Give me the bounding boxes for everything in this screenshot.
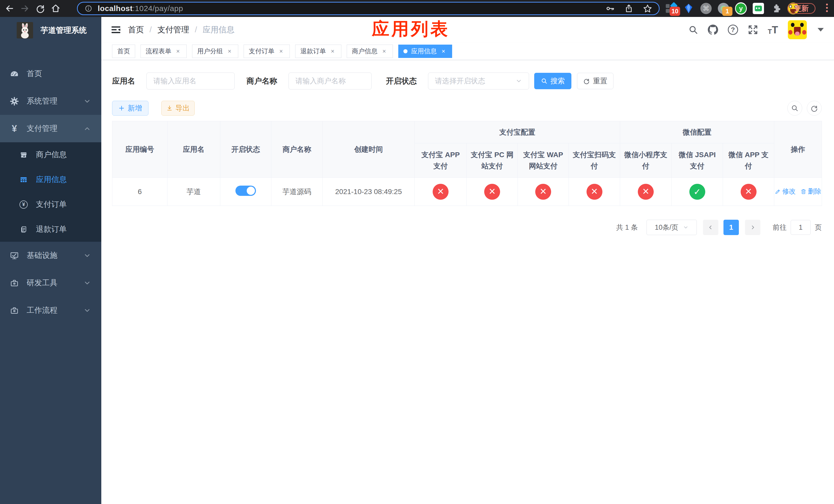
close-icon[interactable] (174, 48, 181, 55)
export-button-label: 导出 (175, 103, 190, 113)
tab-label: 退款订单 (300, 47, 326, 55)
sidebar-menu: 首页 系统管理 ¥ 支付管理 (0, 60, 101, 324)
reset-button[interactable]: 重置 (577, 73, 613, 89)
close-icon[interactable] (226, 48, 233, 55)
sidebar-item-infra[interactable]: 基础设施 (0, 242, 101, 269)
cell-merchant: 芋道源码 (271, 178, 323, 206)
wechat-mini-status-icon (638, 184, 654, 200)
fullscreen-icon[interactable] (748, 25, 758, 35)
app-name-label: 应用名 (112, 76, 135, 86)
extension-chat-icon[interactable] (752, 3, 764, 14)
yen-icon: ¥ (10, 124, 19, 133)
chevron-down-icon (83, 97, 91, 105)
chevron-down-icon (83, 279, 91, 287)
sidebar-item-label: 工作流程 (27, 305, 58, 316)
search-button[interactable]: 搜索 (534, 73, 571, 89)
sidebar-item-pay[interactable]: ¥ 支付管理 (0, 115, 101, 142)
alipay-app-status-icon (433, 184, 448, 200)
tab-process-form[interactable]: 流程表单 (140, 45, 187, 58)
merchant-name-input[interactable] (288, 72, 372, 90)
status-select[interactable]: 请选择开启状态 (428, 72, 529, 90)
help-icon[interactable]: ? (728, 25, 738, 35)
sidebar-submenu-pay: 商户信息 应用信息 ¥ 支付订单 退款订单 (0, 142, 101, 242)
extension-badge: 1 (722, 7, 732, 16)
breadcrumb-pay[interactable]: 支付管理 (157, 24, 189, 35)
goto-page-input[interactable] (791, 220, 811, 235)
search-icon[interactable] (688, 25, 698, 35)
tab-pay-order[interactable]: 支付订单 (244, 45, 290, 58)
font-size-icon[interactable]: TT (768, 24, 778, 36)
refresh-table-button[interactable] (807, 101, 822, 116)
user-avatar[interactable] (788, 20, 807, 39)
col-header-merchant: 商户名称 (271, 121, 323, 178)
export-button[interactable]: 导出 (161, 101, 195, 116)
reset-button-label: 重置 (593, 76, 607, 86)
page-size-value: 10条/页 (655, 223, 678, 232)
avatar-caret-icon[interactable] (818, 28, 824, 31)
extension-recorder-icon[interactable]: 1 (718, 3, 729, 14)
extension-workspace-icon[interactable]: 10 (665, 3, 677, 14)
sidebar-collapse-icon[interactable] (111, 24, 121, 35)
close-icon[interactable] (380, 48, 388, 55)
gear-icon (10, 97, 19, 106)
breadcrumb-home[interactable]: 首页 (128, 24, 144, 35)
sidebar-item-label: 首页 (27, 68, 42, 79)
toggle-search-button[interactable] (787, 101, 802, 116)
col-header-wechat-app: 微信 APP 支付 (723, 143, 774, 178)
delete-link[interactable]: 删除 (800, 187, 821, 196)
navbar-actions: ? TT (688, 17, 824, 43)
alipay-pc-status-icon (484, 184, 500, 200)
browser-menu-icon[interactable] (826, 4, 828, 12)
bookmark-star-icon[interactable] (643, 4, 652, 13)
prev-page-button[interactable] (703, 220, 718, 235)
extension-y-icon[interactable]: y (735, 3, 747, 14)
col-header-wechat-mini: 微信小程序支付 (620, 143, 672, 178)
breadcrumb-separator: / (195, 25, 197, 35)
page-root: localhost:1024/pay/app 10 (0, 0, 834, 504)
close-icon[interactable] (278, 48, 285, 55)
add-button[interactable]: 新增 (112, 101, 149, 116)
tab-user-group[interactable]: 用户分组 (192, 45, 238, 58)
tab-app-info[interactable]: 应用信息 (398, 45, 452, 58)
share-icon[interactable] (624, 4, 633, 13)
extension-kite-icon[interactable] (683, 3, 695, 14)
sidebar-item-order[interactable]: ¥ 支付订单 (0, 192, 101, 217)
next-page-button[interactable] (745, 220, 761, 235)
tab-home[interactable]: 首页 (112, 45, 135, 58)
github-icon[interactable] (708, 25, 718, 35)
password-key-icon[interactable] (606, 4, 615, 13)
browser-forward-button[interactable] (19, 3, 31, 14)
browser-chrome: localhost:1024/pay/app 10 (0, 0, 834, 17)
sidebar-item-home[interactable]: 首页 (0, 60, 101, 87)
col-header-wechat-jsapi: 微信 JSAPI 支付 (672, 143, 723, 178)
page-number-button[interactable]: 1 (723, 220, 739, 235)
sidebar-item-devtools[interactable]: 研发工具 (0, 269, 101, 297)
browser-back-button[interactable] (4, 3, 15, 14)
extension-command-icon[interactable]: ⌘ (700, 3, 712, 14)
close-icon[interactable] (440, 48, 447, 55)
col-header-status: 开启状态 (220, 121, 271, 178)
site-info-icon[interactable] (84, 4, 93, 13)
status-toggle[interactable] (236, 186, 256, 196)
sidebar-item-refund[interactable]: 退款订单 (0, 217, 101, 242)
sidebar-item-merchant[interactable]: 商户信息 (0, 142, 101, 167)
page-size-select[interactable]: 10条/页 (646, 220, 697, 235)
browser-home-button[interactable] (50, 3, 62, 14)
sidebar-item-app[interactable]: 应用信息 (0, 167, 101, 192)
col-header-id: 应用编号 (112, 121, 168, 178)
tab-merchant-info[interactable]: 商户信息 (347, 45, 393, 58)
browser-reload-button[interactable] (35, 3, 46, 14)
extensions-puzzle-icon[interactable] (770, 3, 782, 14)
app-name-input[interactable] (147, 72, 235, 90)
cell-created: 2021-10-23 08:49:25 (323, 178, 415, 206)
tab-refund-order[interactable]: 退款订单 (295, 45, 341, 58)
tab-label: 流程表单 (146, 47, 171, 55)
address-bar[interactable]: localhost:1024/pay/app (77, 2, 660, 15)
col-group-wechat: 微信配置 (620, 121, 774, 143)
sidebar-item-system[interactable]: 系统管理 (0, 87, 101, 115)
edit-link[interactable]: 修改 (775, 187, 796, 196)
sidebar-item-workflow[interactable]: 工作流程 (0, 297, 101, 324)
close-icon[interactable] (329, 48, 336, 55)
briefcase-icon (10, 278, 19, 288)
browser-update-button[interactable]: 更新 (787, 3, 815, 14)
